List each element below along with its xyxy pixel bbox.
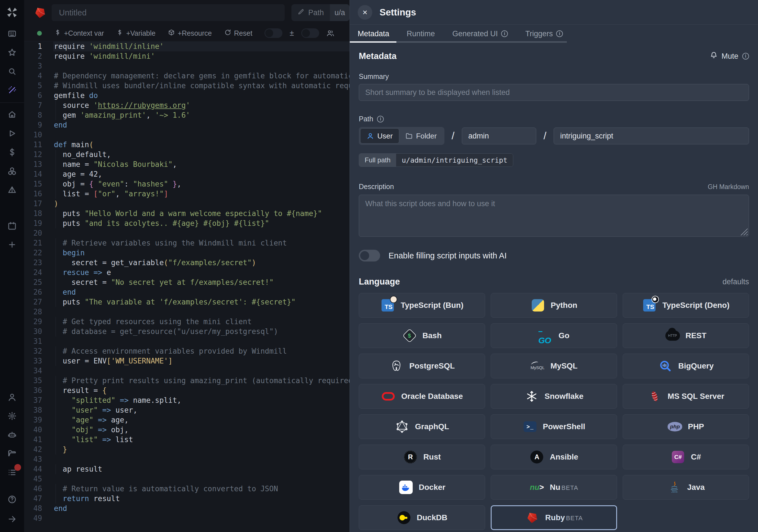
- code-line: 27 puts "The variable at 'f/examples/sec…: [24, 297, 350, 307]
- language-card-ms-sql-server[interactable]: MS SQL Server: [623, 384, 749, 409]
- calendar-icon[interactable]: [7, 221, 17, 231]
- search-icon[interactable]: [7, 66, 17, 76]
- tab-metadata[interactable]: Metadata: [358, 29, 389, 38]
- list-icon[interactable]: [7, 467, 17, 478]
- language-card-powershell[interactable]: >_PowerShell: [491, 414, 617, 439]
- dollar-icon[interactable]: [7, 147, 17, 157]
- description-textarea[interactable]: What this script does and how to use it: [359, 195, 749, 237]
- language-card-typescript-deno-[interactable]: TSTypeScript (Deno): [623, 293, 749, 318]
- tab-info-icon[interactable]: i: [501, 30, 508, 37]
- language-name: REST: [686, 331, 706, 340]
- language-name: Nu: [550, 483, 560, 492]
- kiosk-icon[interactable]: [7, 29, 17, 39]
- language-card-mysql[interactable]: MySQLMySQL: [491, 354, 617, 378]
- help-icon[interactable]: [7, 494, 17, 505]
- line-number: 18: [24, 209, 42, 219]
- line-number: 6: [24, 91, 42, 101]
- code-line: 13 name = "Nicolas Bourbaki",: [24, 160, 350, 169]
- bell-icon: [710, 52, 718, 61]
- play-icon[interactable]: [7, 128, 17, 138]
- language-card-graphql[interactable]: GraphQL: [359, 414, 485, 439]
- line-number: 20: [24, 229, 42, 238]
- snowflake-icon: [524, 389, 539, 404]
- language-card-nu[interactable]: nu>NuBETA: [491, 475, 617, 500]
- owner-kind-folder[interactable]: Folder: [399, 128, 443, 144]
- arrow-right-icon[interactable]: [7, 514, 17, 524]
- language-card-python[interactable]: Python: [491, 293, 617, 318]
- language-card-rest[interactable]: HTTPREST: [623, 323, 749, 348]
- ai-fill-toggle[interactable]: [359, 250, 380, 262]
- plus-icon[interactable]: [7, 240, 17, 250]
- language-card-docker[interactable]: Docker: [359, 475, 485, 500]
- line-number: 26: [24, 287, 42, 297]
- summary-input[interactable]: Short summary to be displayed when liste…: [359, 84, 749, 101]
- path-chip[interactable]: Path u/a: [292, 4, 350, 21]
- owner-input[interactable]: admin: [462, 127, 536, 144]
- close-icon[interactable]: ×: [358, 5, 372, 20]
- code-editor[interactable]: 1require 'windmill/inline'2require 'wind…: [24, 42, 350, 532]
- reset-button[interactable]: Reset: [224, 29, 252, 38]
- full-path-value: u/admin/intriguing_script: [396, 154, 513, 166]
- folder-open-icon[interactable]: [7, 448, 17, 459]
- cubes-icon[interactable]: [7, 166, 17, 176]
- language-card-java[interactable]: JavaJava: [623, 475, 749, 500]
- settings-header: × Settings: [350, 0, 758, 25]
- diff-toggle[interactable]: [264, 28, 282, 38]
- path-separator: /: [444, 130, 462, 142]
- magic-wand-icon[interactable]: [7, 85, 17, 95]
- language-card-php[interactable]: phpPHP: [623, 414, 749, 439]
- add-resource-button[interactable]: +Resource: [168, 29, 212, 38]
- tab-info-icon[interactable]: i: [556, 30, 563, 37]
- collab-toggle[interactable]: [301, 28, 319, 38]
- language-card-bash[interactable]: $Bash: [359, 323, 485, 348]
- language-card-postgresql[interactable]: PostgreSQL: [359, 354, 485, 378]
- add-variable-button[interactable]: +Variable: [116, 29, 155, 38]
- postgresql-icon: [389, 359, 404, 373]
- code-line: 43: [24, 454, 350, 464]
- full-path-badge: Full path u/admin/intriguing_script: [359, 153, 513, 167]
- code-line: 21 # Retrieve variables using the Windmi…: [24, 238, 350, 248]
- owner-kind-user[interactable]: User: [360, 128, 399, 144]
- mute-button[interactable]: Mute i: [710, 52, 749, 61]
- code-line: 34: [24, 366, 350, 376]
- robot-icon[interactable]: [7, 430, 17, 440]
- mute-info-icon[interactable]: i: [742, 53, 749, 59]
- windmill-logo-icon[interactable]: [6, 6, 18, 18]
- beta-badge: BETA: [566, 514, 583, 522]
- svg-text:Java: Java: [671, 490, 677, 493]
- language-card-ruby[interactable]: RubyBETA: [491, 505, 617, 530]
- home-icon[interactable]: [7, 110, 17, 120]
- language-defaults-button[interactable]: defaults: [719, 277, 749, 286]
- language-card-ansible[interactable]: AAnsible: [491, 444, 617, 469]
- code-line: 10: [24, 130, 350, 140]
- tab-triggers[interactable]: Triggersi: [525, 29, 563, 38]
- add-context-var-button[interactable]: +Context var: [54, 29, 104, 38]
- language-card-oracle-database[interactable]: Oracle Database: [359, 384, 485, 409]
- prism-icon[interactable]: [7, 185, 17, 195]
- language-card-duckdb[interactable]: DuckDB: [359, 505, 485, 530]
- script-title-input[interactable]: Untitled: [52, 4, 285, 21]
- rust-icon: R: [403, 450, 418, 464]
- language-card-typescript-bun-[interactable]: TSTypeScript (Bun): [359, 293, 485, 318]
- person-icon[interactable]: [7, 392, 17, 402]
- language-card-bigquery[interactable]: BigQuery: [623, 354, 749, 378]
- language-name: Ansible: [550, 452, 578, 461]
- language-card-c-[interactable]: C#C#: [623, 444, 749, 469]
- duckdb-icon: [397, 511, 411, 525]
- resize-grip-icon[interactable]: [740, 228, 748, 235]
- ruby-icon: [525, 511, 539, 525]
- language-card-snowflake[interactable]: Snowflake: [491, 384, 617, 409]
- mssql-icon: [647, 389, 662, 404]
- line-number: 19: [24, 219, 42, 229]
- tab-runtime[interactable]: Runtime: [407, 29, 435, 38]
- language-card-rust[interactable]: RRust: [359, 444, 485, 469]
- gear-icon[interactable]: [7, 411, 17, 421]
- line-number: 11: [24, 140, 42, 150]
- line-number: 30: [24, 327, 42, 337]
- tab-generated-ui[interactable]: Generated UIi: [452, 29, 508, 38]
- language-card-go[interactable]: GOGo: [491, 323, 617, 348]
- path-info-icon[interactable]: i: [377, 116, 384, 123]
- star-icon[interactable]: [7, 48, 17, 57]
- script-name-input[interactable]: intriguing_script: [554, 127, 749, 144]
- code-line: 6gemfile do: [24, 91, 350, 101]
